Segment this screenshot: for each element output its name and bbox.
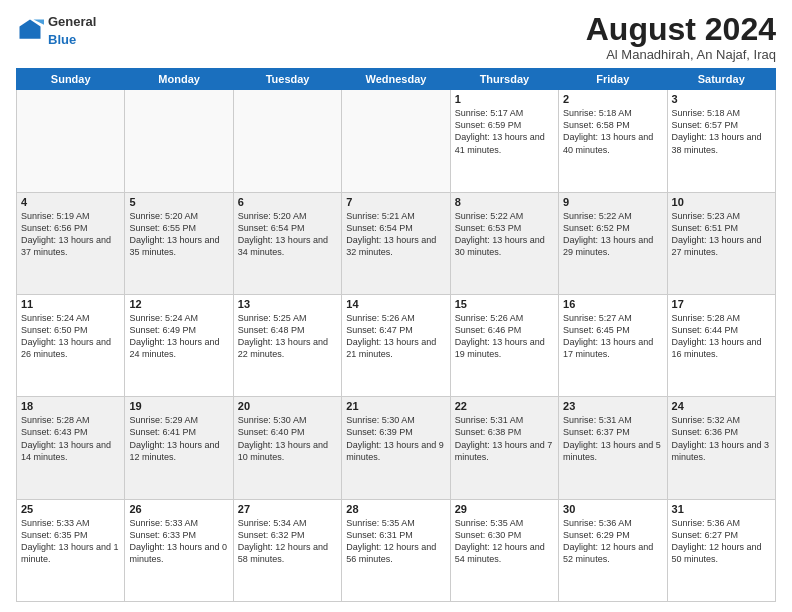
cell-content: Sunrise: 5:25 AM Sunset: 6:48 PM Dayligh… — [238, 312, 337, 361]
cell-content: Sunrise: 5:31 AM Sunset: 6:37 PM Dayligh… — [563, 414, 662, 463]
table-row: 20Sunrise: 5:30 AM Sunset: 6:40 PM Dayli… — [233, 397, 341, 499]
cell-content: Sunrise: 5:34 AM Sunset: 6:32 PM Dayligh… — [238, 517, 337, 566]
month-year: August 2024 — [586, 12, 776, 47]
cell-content: Sunrise: 5:36 AM Sunset: 6:27 PM Dayligh… — [672, 517, 771, 566]
table-row: 17Sunrise: 5:28 AM Sunset: 6:44 PM Dayli… — [667, 294, 775, 396]
day-number: 16 — [563, 298, 662, 310]
logo-blue: Blue — [48, 32, 76, 47]
cell-content: Sunrise: 5:18 AM Sunset: 6:57 PM Dayligh… — [672, 107, 771, 156]
table-row: 31Sunrise: 5:36 AM Sunset: 6:27 PM Dayli… — [667, 499, 775, 601]
logo-general: General — [48, 14, 96, 29]
calendar-week-row: 18Sunrise: 5:28 AM Sunset: 6:43 PM Dayli… — [17, 397, 776, 499]
table-row — [17, 90, 125, 192]
table-row: 12Sunrise: 5:24 AM Sunset: 6:49 PM Dayli… — [125, 294, 233, 396]
table-row: 10Sunrise: 5:23 AM Sunset: 6:51 PM Dayli… — [667, 192, 775, 294]
cell-content: Sunrise: 5:36 AM Sunset: 6:29 PM Dayligh… — [563, 517, 662, 566]
calendar-header-row: Sunday Monday Tuesday Wednesday Thursday… — [17, 69, 776, 90]
logo: General Blue — [16, 12, 96, 48]
day-number: 15 — [455, 298, 554, 310]
table-row: 27Sunrise: 5:34 AM Sunset: 6:32 PM Dayli… — [233, 499, 341, 601]
day-number: 8 — [455, 196, 554, 208]
col-sunday: Sunday — [17, 69, 125, 90]
cell-content: Sunrise: 5:19 AM Sunset: 6:56 PM Dayligh… — [21, 210, 120, 259]
day-number: 30 — [563, 503, 662, 515]
table-row: 9Sunrise: 5:22 AM Sunset: 6:52 PM Daylig… — [559, 192, 667, 294]
cell-content: Sunrise: 5:28 AM Sunset: 6:44 PM Dayligh… — [672, 312, 771, 361]
day-number: 14 — [346, 298, 445, 310]
col-friday: Friday — [559, 69, 667, 90]
table-row: 23Sunrise: 5:31 AM Sunset: 6:37 PM Dayli… — [559, 397, 667, 499]
header: General Blue August 2024 Al Manadhirah, … — [16, 12, 776, 62]
table-row: 28Sunrise: 5:35 AM Sunset: 6:31 PM Dayli… — [342, 499, 450, 601]
day-number: 13 — [238, 298, 337, 310]
day-number: 5 — [129, 196, 228, 208]
cell-content: Sunrise: 5:24 AM Sunset: 6:50 PM Dayligh… — [21, 312, 120, 361]
day-number: 7 — [346, 196, 445, 208]
table-row: 6Sunrise: 5:20 AM Sunset: 6:54 PM Daylig… — [233, 192, 341, 294]
table-row: 4Sunrise: 5:19 AM Sunset: 6:56 PM Daylig… — [17, 192, 125, 294]
col-monday: Monday — [125, 69, 233, 90]
cell-content: Sunrise: 5:30 AM Sunset: 6:40 PM Dayligh… — [238, 414, 337, 463]
day-number: 20 — [238, 400, 337, 412]
table-row: 18Sunrise: 5:28 AM Sunset: 6:43 PM Dayli… — [17, 397, 125, 499]
cell-content: Sunrise: 5:26 AM Sunset: 6:47 PM Dayligh… — [346, 312, 445, 361]
cell-content: Sunrise: 5:33 AM Sunset: 6:35 PM Dayligh… — [21, 517, 120, 566]
cell-content: Sunrise: 5:24 AM Sunset: 6:49 PM Dayligh… — [129, 312, 228, 361]
col-wednesday: Wednesday — [342, 69, 450, 90]
page: General Blue August 2024 Al Manadhirah, … — [0, 0, 792, 612]
cell-content: Sunrise: 5:22 AM Sunset: 6:53 PM Dayligh… — [455, 210, 554, 259]
table-row: 21Sunrise: 5:30 AM Sunset: 6:39 PM Dayli… — [342, 397, 450, 499]
table-row: 30Sunrise: 5:36 AM Sunset: 6:29 PM Dayli… — [559, 499, 667, 601]
table-row: 26Sunrise: 5:33 AM Sunset: 6:33 PM Dayli… — [125, 499, 233, 601]
title-block: August 2024 Al Manadhirah, An Najaf, Ira… — [586, 12, 776, 62]
cell-content: Sunrise: 5:35 AM Sunset: 6:30 PM Dayligh… — [455, 517, 554, 566]
day-number: 23 — [563, 400, 662, 412]
cell-content: Sunrise: 5:22 AM Sunset: 6:52 PM Dayligh… — [563, 210, 662, 259]
calendar-week-row: 25Sunrise: 5:33 AM Sunset: 6:35 PM Dayli… — [17, 499, 776, 601]
cell-content: Sunrise: 5:27 AM Sunset: 6:45 PM Dayligh… — [563, 312, 662, 361]
calendar-week-row: 11Sunrise: 5:24 AM Sunset: 6:50 PM Dayli… — [17, 294, 776, 396]
calendar-week-row: 4Sunrise: 5:19 AM Sunset: 6:56 PM Daylig… — [17, 192, 776, 294]
day-number: 3 — [672, 93, 771, 105]
table-row: 29Sunrise: 5:35 AM Sunset: 6:30 PM Dayli… — [450, 499, 558, 601]
cell-content: Sunrise: 5:30 AM Sunset: 6:39 PM Dayligh… — [346, 414, 445, 463]
table-row — [342, 90, 450, 192]
day-number: 18 — [21, 400, 120, 412]
col-tuesday: Tuesday — [233, 69, 341, 90]
day-number: 24 — [672, 400, 771, 412]
day-number: 28 — [346, 503, 445, 515]
day-number: 10 — [672, 196, 771, 208]
logo-icon — [16, 16, 44, 44]
table-row: 1Sunrise: 5:17 AM Sunset: 6:59 PM Daylig… — [450, 90, 558, 192]
day-number: 19 — [129, 400, 228, 412]
day-number: 22 — [455, 400, 554, 412]
calendar-week-row: 1Sunrise: 5:17 AM Sunset: 6:59 PM Daylig… — [17, 90, 776, 192]
cell-content: Sunrise: 5:18 AM Sunset: 6:58 PM Dayligh… — [563, 107, 662, 156]
day-number: 21 — [346, 400, 445, 412]
table-row: 7Sunrise: 5:21 AM Sunset: 6:54 PM Daylig… — [342, 192, 450, 294]
day-number: 2 — [563, 93, 662, 105]
day-number: 26 — [129, 503, 228, 515]
table-row: 13Sunrise: 5:25 AM Sunset: 6:48 PM Dayli… — [233, 294, 341, 396]
cell-content: Sunrise: 5:31 AM Sunset: 6:38 PM Dayligh… — [455, 414, 554, 463]
table-row: 5Sunrise: 5:20 AM Sunset: 6:55 PM Daylig… — [125, 192, 233, 294]
table-row: 19Sunrise: 5:29 AM Sunset: 6:41 PM Dayli… — [125, 397, 233, 499]
table-row: 3Sunrise: 5:18 AM Sunset: 6:57 PM Daylig… — [667, 90, 775, 192]
day-number: 29 — [455, 503, 554, 515]
table-row: 8Sunrise: 5:22 AM Sunset: 6:53 PM Daylig… — [450, 192, 558, 294]
cell-content: Sunrise: 5:17 AM Sunset: 6:59 PM Dayligh… — [455, 107, 554, 156]
location: Al Manadhirah, An Najaf, Iraq — [586, 47, 776, 62]
cell-content: Sunrise: 5:35 AM Sunset: 6:31 PM Dayligh… — [346, 517, 445, 566]
day-number: 12 — [129, 298, 228, 310]
day-number: 1 — [455, 93, 554, 105]
day-number: 17 — [672, 298, 771, 310]
table-row: 16Sunrise: 5:27 AM Sunset: 6:45 PM Dayli… — [559, 294, 667, 396]
day-number: 9 — [563, 196, 662, 208]
table-row — [125, 90, 233, 192]
table-row — [233, 90, 341, 192]
cell-content: Sunrise: 5:32 AM Sunset: 6:36 PM Dayligh… — [672, 414, 771, 463]
cell-content: Sunrise: 5:28 AM Sunset: 6:43 PM Dayligh… — [21, 414, 120, 463]
table-row: 15Sunrise: 5:26 AM Sunset: 6:46 PM Dayli… — [450, 294, 558, 396]
table-row: 24Sunrise: 5:32 AM Sunset: 6:36 PM Dayli… — [667, 397, 775, 499]
svg-marker-0 — [20, 20, 41, 39]
